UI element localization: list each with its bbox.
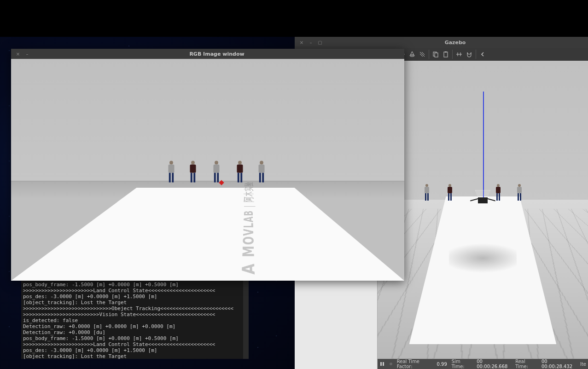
svg-rect-10: [380, 362, 382, 366]
rgb-view[interactable]: A MOVLAB | 阿木实验: [11, 59, 404, 281]
person-render: [236, 161, 244, 182]
sim-time-label: Sim Time:: [452, 359, 472, 369]
gazebo-3d-view[interactable]: Real Time Factor: 0.99 Sim Time: 00 00:0…: [378, 61, 588, 369]
light-directional-icon[interactable]: [418, 50, 427, 59]
rgb-horizon: [11, 181, 404, 181]
person-model[interactable]: [447, 184, 453, 201]
gazebo-titlebar[interactable]: × – ▢ Gazebo: [295, 37, 588, 48]
slider-track[interactable]: [390, 363, 392, 365]
person-render: [213, 161, 220, 182]
iterations-label: Ite: [580, 362, 586, 367]
chevron-left-icon[interactable]: [478, 50, 487, 59]
terminal-content: pos_body_frame: -1.5000 [m] +0.0000 [m] …: [23, 282, 233, 359]
rtf-label: Real Time Factor:: [397, 359, 432, 369]
align-icon[interactable]: [454, 50, 464, 59]
rgb-titlebar[interactable]: × – RGB Image window: [11, 49, 404, 59]
sim-time-value: 00 00:00:26.668: [477, 359, 511, 369]
rgb-image-window: × – RGB Image window A MOVLAB | 阿木实验: [11, 49, 404, 281]
person-render: [189, 161, 197, 182]
paste-icon[interactable]: [441, 50, 450, 59]
svg-rect-9: [445, 52, 447, 52]
minimize-icon[interactable]: –: [309, 40, 313, 45]
person-render: [258, 161, 265, 182]
rgb-title: RGB Image window: [29, 51, 404, 57]
z-axis: [483, 92, 484, 202]
real-time-label: Real Time:: [515, 359, 537, 369]
real-time-value: 00 00:00:28.432: [541, 359, 576, 369]
person-render: [168, 161, 175, 182]
minimize-icon[interactable]: –: [25, 52, 29, 56]
person-model[interactable]: [495, 184, 501, 201]
terminal[interactable]: pos_body_frame: -1.5000 [m] +0.0000 [m] …: [21, 281, 249, 359]
light-spot-icon[interactable]: [408, 50, 417, 59]
maximize-icon[interactable]: ▢: [318, 40, 322, 45]
svg-rect-7: [435, 53, 438, 57]
scene-shadow: [449, 240, 516, 277]
close-icon[interactable]: ×: [299, 40, 304, 45]
svg-rect-8: [444, 52, 448, 57]
person-model[interactable]: [424, 184, 430, 201]
drone-model[interactable]: [470, 190, 495, 208]
gazebo-title: Gazebo: [322, 40, 588, 46]
close-icon[interactable]: ×: [16, 52, 20, 56]
copy-icon[interactable]: [431, 50, 440, 59]
person-model[interactable]: [517, 184, 522, 201]
svg-rect-11: [383, 362, 384, 366]
snap-icon[interactable]: [465, 50, 474, 59]
rtf-value: 0.99: [437, 362, 447, 367]
pause-button[interactable]: [379, 361, 385, 367]
gazebo-statusbar: Real Time Factor: 0.99 Sim Time: 00 00:0…: [378, 359, 588, 369]
rgb-sky: [11, 59, 404, 188]
